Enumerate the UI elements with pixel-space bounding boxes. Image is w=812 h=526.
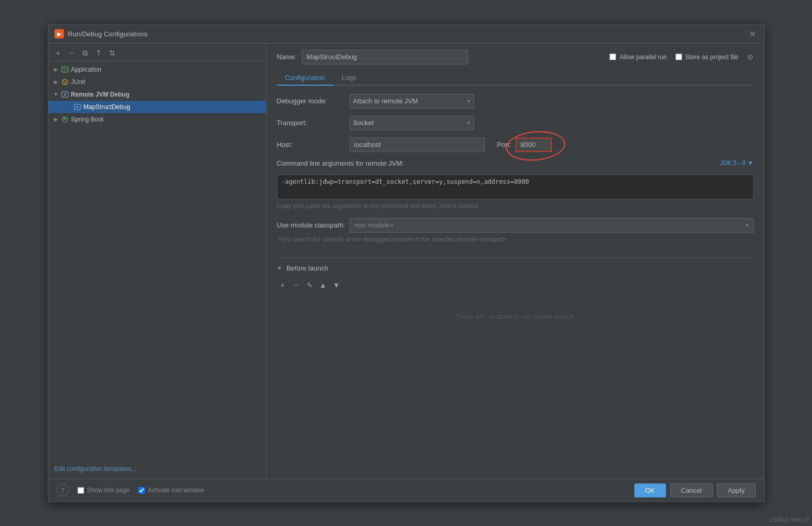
apply-button[interactable]: Apply — [717, 483, 756, 497]
cmd-args-label: Command line arguments for remote JVM: — [277, 159, 404, 167]
remote-jvm-folder-icon — [61, 90, 69, 99]
port-label: Port: — [497, 141, 511, 149]
config-header: Name: Allow parallel run Store as projec… — [277, 50, 754, 64]
debugger-mode-label: Debugger mode: — [277, 97, 350, 105]
before-launch-toolbar: + − ✎ ▲ ▼ — [277, 277, 754, 293]
add-config-button[interactable]: + — [52, 47, 64, 59]
add-task-button[interactable]: + — [277, 279, 288, 291]
junit-folder-icon: J — [61, 78, 69, 86]
main-content: + − ⧉ ⤒ ⇅ ▶ Application — [48, 44, 764, 479]
bottom-bar: ? Show this page Activate tool window OK… — [48, 479, 764, 502]
module-label: Use module classpath: — [277, 221, 350, 229]
mapstruct-config-icon — [73, 103, 82, 111]
remove-config-button[interactable]: − — [66, 47, 77, 59]
chevron-right-icon: ▶ — [52, 116, 60, 123]
module-classpath-row: Use module classpath: <no module> — [277, 218, 754, 233]
before-launch-title: Before launch — [286, 264, 328, 272]
move-config-button[interactable]: ⤒ — [93, 47, 104, 59]
copy-config-button[interactable]: ⧉ — [79, 47, 91, 59]
sidebar-item-mapstructdebug[interactable]: MapStructDebug — [48, 101, 266, 113]
svg-text:J: J — [64, 80, 66, 84]
page-options: Show this page Activate tool window — [77, 487, 205, 494]
settings-gear-icon[interactable]: ⚙ — [747, 53, 754, 61]
cancel-button[interactable]: Cancel — [670, 483, 713, 497]
module-select-wrapper: <no module> — [350, 218, 754, 233]
tab-bar: Configuration Logs — [277, 71, 754, 86]
cmd-args-textarea[interactable]: -agentlib:jdwp=transport=dt_socket,serve… — [277, 174, 754, 199]
activate-window-label: Activate tool window — [148, 487, 205, 494]
port-input[interactable] — [515, 138, 552, 152]
store-project-label: Store as project file — [685, 53, 739, 61]
sort-config-button[interactable]: ⇅ — [107, 47, 118, 59]
remove-task-button[interactable]: − — [290, 279, 302, 291]
debugger-mode-select[interactable]: Attach to remote JVM Listen to remote JV… — [350, 94, 474, 109]
name-input[interactable] — [302, 50, 468, 64]
spring-boot-folder-icon — [61, 115, 69, 124]
sidebar-item-junit[interactable]: ▶ J JUnit — [48, 76, 266, 88]
name-label: Name: — [277, 53, 297, 61]
sidebar-item-mapstructdebug-label: MapStructDebug — [84, 103, 130, 111]
run-debug-dialog: ▶ Run/Debug Configurations ✕ + − ⧉ ⤒ ⇅ ▶ — [48, 24, 765, 502]
port-circle-decoration — [515, 138, 552, 152]
sidebar-toolbar: + − ⧉ ⤒ ⇅ — [48, 46, 266, 61]
show-page-checkbox[interactable] — [77, 487, 84, 494]
application-folder-icon — [61, 65, 69, 74]
config-tree: ▶ Application ▶ — [48, 61, 266, 461]
sidebar-item-spring-boot-label: Spring Boot — [71, 116, 104, 123]
module-hint-text: First search for sources of the debugged… — [277, 236, 754, 243]
help-button[interactable]: ? — [57, 484, 69, 496]
host-port-row: Host: Port: — [277, 138, 754, 152]
store-project-checkbox[interactable] — [675, 53, 682, 60]
sidebar-item-remote-jvm-debug[interactable]: ▼ Remote JVM Debug — [48, 88, 266, 101]
sidebar-item-junit-label: JUnit — [71, 78, 85, 86]
dialog-title: Run/Debug Configurations — [68, 30, 148, 38]
collapse-before-launch-button[interactable]: ▼ — [277, 265, 283, 271]
move-task-up-button[interactable]: ▲ — [317, 279, 329, 291]
allow-parallel-checkbox[interactable] — [609, 53, 616, 60]
tab-configuration[interactable]: Configuration — [277, 71, 334, 86]
activate-window-checkbox[interactable] — [138, 487, 145, 494]
allow-parallel-label: Allow parallel run — [619, 53, 667, 61]
edit-templates-link[interactable]: Edit configuration templates... — [48, 461, 266, 477]
move-task-down-button[interactable]: ▼ — [331, 279, 342, 291]
chevron-right-icon: ▶ — [52, 78, 60, 86]
title-bar-left: ▶ Run/Debug Configurations — [55, 29, 148, 38]
cmd-hint-text: Copy and paste the arguments to the comm… — [277, 203, 754, 210]
store-project-checkbox-label[interactable]: Store as project file — [675, 53, 739, 61]
cmd-args-header-row: Command line arguments for remote JVM: J… — [277, 159, 754, 171]
host-label: Host: — [277, 141, 350, 149]
svg-rect-0 — [62, 67, 68, 72]
allow-parallel-checkbox-label[interactable]: Allow parallel run — [609, 53, 667, 61]
header-options: Allow parallel run Store as project file… — [609, 53, 753, 61]
svg-point-6 — [64, 93, 66, 96]
ok-button[interactable]: OK — [634, 483, 666, 497]
module-select[interactable]: <no module> — [350, 218, 754, 233]
title-bar: ▶ Run/Debug Configurations ✕ — [48, 25, 764, 44]
close-button[interactable]: ✕ — [748, 29, 758, 39]
sidebar-item-application[interactable]: ▶ Application — [48, 63, 266, 76]
dialog-buttons: OK Cancel Apply — [634, 483, 756, 497]
jdk-version-link[interactable]: JDK 5 - 8 ▼ — [720, 159, 753, 167]
chevron-down-icon: ▼ — [52, 91, 60, 98]
tab-logs[interactable]: Logs — [334, 71, 365, 86]
show-page-label: Show this page — [87, 487, 130, 494]
bottom-left: ? Show this page Activate tool window — [57, 484, 205, 496]
transport-row: Transport: Socket Shared memory — [277, 116, 754, 130]
before-launch-section: ▼ Before launch + − ✎ ▲ ▼ There are no t… — [277, 258, 754, 336]
sidebar: + − ⧉ ⤒ ⇅ ▶ Application — [48, 44, 267, 479]
sidebar-item-remote-jvm-label: Remote JVM Debug — [71, 91, 130, 98]
edit-task-button[interactable]: ✎ — [304, 279, 315, 291]
before-launch-header: ▼ Before launch — [277, 264, 754, 272]
activate-window-checkbox-label[interactable]: Activate tool window — [138, 487, 205, 494]
transport-select[interactable]: Socket Shared memory — [350, 116, 474, 130]
watermark: CSDN@JVM工匠 — [769, 517, 810, 524]
host-input[interactable] — [350, 138, 485, 152]
svg-point-8 — [76, 106, 78, 108]
sidebar-item-spring-boot[interactable]: ▶ Spring Boot — [48, 113, 266, 126]
transport-label: Transport: — [277, 119, 350, 127]
empty-tasks-text: There are no tasks to run before launch — [277, 297, 754, 336]
chevron-right-icon: ▶ — [52, 66, 60, 73]
show-page-checkbox-label[interactable]: Show this page — [77, 487, 130, 494]
debugger-mode-select-wrapper: Attach to remote JVM Listen to remote JV… — [350, 94, 474, 109]
transport-select-wrapper: Socket Shared memory — [350, 116, 474, 130]
